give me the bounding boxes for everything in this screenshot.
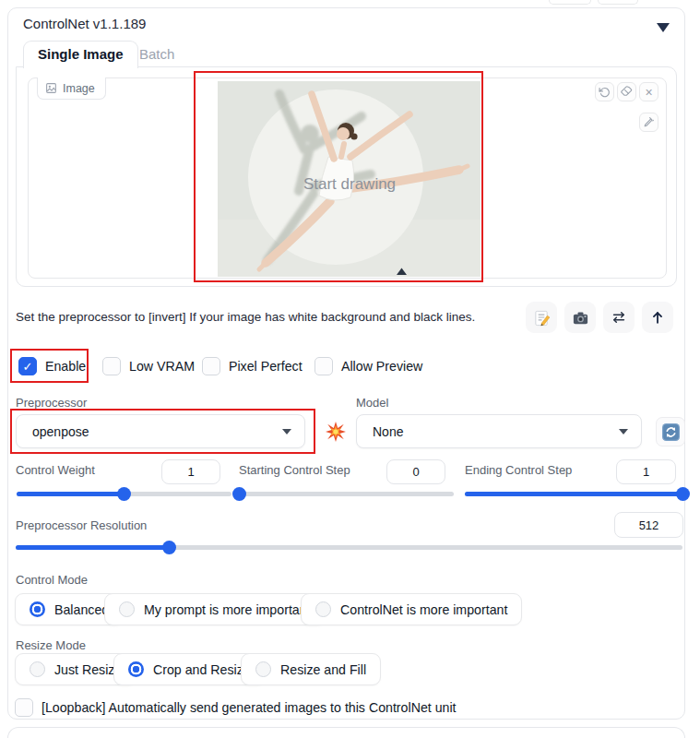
slider-thumb[interactable]	[117, 487, 131, 501]
close-glyph: ×	[645, 86, 652, 99]
radio-label: My prompt is more important	[144, 602, 311, 617]
starting-step-label: Starting Control Step	[239, 463, 350, 477]
send-up-icon[interactable]	[642, 302, 673, 333]
control-weight-slider[interactable]	[17, 492, 231, 496]
camera-icon[interactable]	[564, 302, 596, 333]
radio-my-prompt[interactable]: My prompt is more important	[104, 593, 326, 625]
cropped-ui-remnant	[549, 0, 591, 5]
checkbox-enable[interactable]: ✓ Enable	[18, 357, 86, 375]
ending-step-input[interactable]	[616, 459, 676, 484]
next-accordion-panel	[7, 727, 685, 738]
preprocessor-value: openpose	[32, 424, 89, 439]
pixel-perfect-label: Pixel Perfect	[229, 359, 303, 374]
control-weight-label: Control Weight	[16, 463, 95, 477]
tab-batch[interactable]: Batch	[132, 41, 182, 68]
resize-mode-label: Resize Mode	[16, 638, 86, 652]
control-weight-input[interactable]	[161, 459, 220, 484]
radio-controlnet-important[interactable]: ControlNet is more important	[301, 593, 522, 625]
radio-resize-and-fill[interactable]: Resize and Fill	[241, 653, 381, 685]
preprocessor-note: Set the preprocessor to [invert] If your…	[16, 310, 518, 324]
allow-preview-label: Allow Preview	[341, 359, 422, 374]
model-dropdown[interactable]: None	[356, 414, 642, 448]
cropped-ui-remnant	[598, 0, 638, 5]
radio-selected-icon	[30, 601, 45, 617]
loopback-checkbox-box[interactable]	[15, 698, 33, 717]
uploaded-dancer-photo: Start drawing	[218, 81, 481, 277]
radio-selected-icon	[128, 661, 144, 677]
starting-step-slider[interactable]	[239, 492, 454, 496]
preprocessor-resolution-label: Preprocessor Resolution	[16, 518, 147, 532]
refresh-models-icon[interactable]	[656, 417, 685, 446]
model-label: Model	[356, 396, 388, 410]
radio-icon	[315, 601, 331, 617]
starting-step-input[interactable]	[386, 459, 445, 484]
preprocessor-dropdown[interactable]: openpose	[16, 414, 305, 448]
radio-icon	[30, 661, 45, 677]
picture-icon	[45, 82, 57, 94]
controlnet-panel: ControlNet v1.1.189 Single Image Batch I…	[7, 7, 685, 720]
preprocessor-resolution-slider[interactable]	[16, 545, 682, 550]
pixel-perfect-checkbox-box[interactable]	[202, 357, 220, 375]
allow-preview-checkbox-box[interactable]	[314, 357, 333, 375]
image-tag-label: Image	[63, 82, 95, 95]
model-value: None	[373, 424, 403, 439]
checkbox-pixel-perfect[interactable]: Pixel Perfect	[202, 357, 303, 375]
checkbox-loopback[interactable]: [Loopback] Automatically send generated …	[15, 698, 457, 717]
checkbox-low-vram[interactable]: Low VRAM	[102, 357, 195, 375]
radio-icon	[255, 661, 271, 677]
ending-step-slider[interactable]	[465, 492, 682, 496]
low-vram-checkbox-box[interactable]	[102, 357, 121, 375]
undo-icon[interactable]	[595, 82, 614, 101]
control-mode-label: Control Mode	[16, 573, 88, 587]
slider-thumb[interactable]	[676, 487, 690, 501]
preprocessor-label: Preprocessor	[16, 396, 87, 410]
slider-thumb[interactable]	[232, 487, 246, 501]
swap-arrows-icon[interactable]	[603, 302, 635, 333]
panel-title: ControlNet v1.1.189	[23, 16, 146, 31]
eraser-icon[interactable]	[617, 82, 636, 101]
brush-icon[interactable]	[639, 113, 658, 132]
image-drop-area[interactable]: Image	[28, 77, 667, 279]
radio-label: Balanced	[54, 602, 109, 617]
low-vram-label: Low VRAM	[129, 359, 195, 374]
tab-single-image[interactable]: Single Image	[23, 41, 138, 68]
radio-label: Resize and Fill	[280, 662, 366, 677]
chevron-down-icon	[282, 429, 291, 434]
image-tag: Image	[37, 77, 106, 100]
start-drawing-overlay: Start drawing	[303, 175, 396, 193]
run-preprocessor-boom-icon[interactable]	[323, 419, 349, 445]
single-image-tab-content: Image	[16, 66, 677, 287]
radio-label: ControlNet is more important	[340, 602, 507, 617]
ending-step-label: Ending Control Step	[465, 463, 572, 477]
preprocessor-resolution-input[interactable]	[614, 512, 683, 538]
memo-new-canvas-icon[interactable]	[526, 302, 557, 333]
collapse-triangle-icon[interactable]	[657, 23, 670, 32]
check-icon: ✓	[23, 360, 33, 374]
radio-label: Crop and Resize	[153, 662, 251, 677]
enable-checkbox-box[interactable]: ✓	[18, 357, 37, 375]
slider-thumb[interactable]	[162, 541, 176, 554]
chevron-down-icon	[619, 429, 628, 434]
radio-label: Just Resize	[54, 662, 122, 677]
close-icon[interactable]: ×	[639, 82, 658, 101]
enable-label: Enable	[45, 359, 86, 374]
loopback-label: [Loopback] Automatically send generated …	[42, 700, 457, 715]
radio-icon	[119, 601, 135, 617]
checkbox-allow-preview[interactable]: Allow Preview	[314, 357, 422, 375]
